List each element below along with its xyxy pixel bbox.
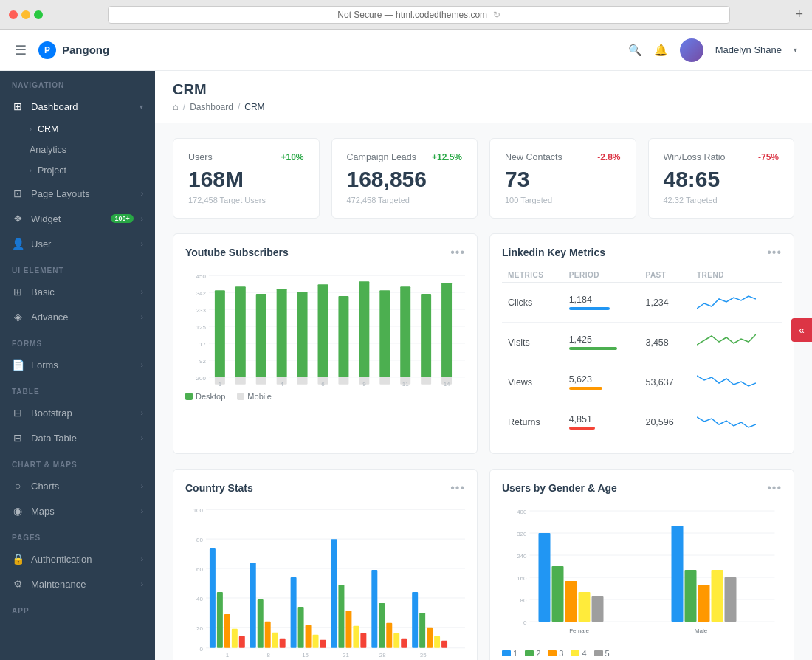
country-chart-menu[interactable]: •••	[450, 481, 465, 495]
svg-rect-59	[232, 629, 238, 648]
svg-rect-69	[313, 635, 319, 648]
sidebar-sub-analytics[interactable]: Analytics	[0, 140, 155, 160]
legend-3-dot	[548, 650, 557, 656]
sidebar-item-widget[interactable]: ❖ Widget 100+ ›	[0, 206, 155, 231]
legend-mobile-dot	[237, 393, 244, 400]
reload-icon[interactable]: ↻	[493, 10, 500, 20]
svg-text:17: 17	[199, 341, 206, 348]
svg-rect-60	[239, 636, 245, 648]
gender-chart-menu[interactable]: •••	[767, 481, 782, 495]
username-label[interactable]: Madelyn Shane	[715, 44, 782, 55]
svg-text:14: 14	[444, 381, 450, 386]
bell-icon[interactable]: 🔔	[654, 44, 668, 57]
sidebar-sub-project[interactable]: › Project	[0, 160, 155, 181]
sidebar-item-dashboard[interactable]: ⊞ Dashboard ▾	[0, 94, 155, 119]
sidebar-sub-crm[interactable]: › CRM	[0, 119, 155, 140]
col-period: PERIOD	[563, 268, 640, 283]
dashboard-arrow: ▾	[140, 103, 143, 111]
search-icon[interactable]: 🔍	[628, 44, 642, 57]
sparkline-visits	[697, 330, 756, 352]
legend-4: 4	[571, 649, 586, 658]
users-change: +10%	[281, 152, 303, 162]
svg-text:240: 240	[517, 553, 527, 560]
sidebar-item-authentication[interactable]: 🔒 Authentication ›	[0, 546, 155, 571]
leads-sub: 472,458 Targeted	[347, 196, 463, 204]
table-row: Views 5,623 53,637	[502, 362, 782, 402]
charts-icon: ○	[12, 480, 24, 492]
bar-clicks	[569, 307, 610, 310]
maps-icon: ◉	[12, 505, 24, 517]
minimize-dot[interactable]	[21, 10, 30, 19]
dashboard-label: Dashboard	[31, 101, 132, 112]
youtube-chart-menu[interactable]: •••	[450, 246, 465, 259]
table-section-label: TABLE	[0, 377, 155, 400]
maximize-dot[interactable]	[34, 10, 43, 19]
authentication-label: Authentication	[31, 554, 134, 565]
maintenance-label: Maintenance	[31, 579, 134, 590]
hamburger-icon[interactable]: ☰	[15, 42, 27, 58]
sidebar-item-user[interactable]: 👤 User ›	[0, 231, 155, 256]
sparkline-clicks	[697, 290, 756, 312]
sidebar-item-forms[interactable]: 📄 Forms ›	[0, 352, 155, 377]
forms-section-label: FORMS	[0, 329, 155, 352]
svg-rect-75	[360, 633, 366, 648]
authentication-icon: 🔒	[12, 553, 24, 565]
legend-1: 1	[502, 649, 517, 658]
linkedin-chart-menu[interactable]: •••	[767, 246, 782, 259]
widget-badge: 100+	[111, 214, 133, 223]
period-visits: 1,425	[563, 323, 640, 362]
sidebar-item-advance[interactable]: ◈ Advance ›	[0, 304, 155, 329]
sidebar-item-maps[interactable]: ◉ Maps ›	[0, 498, 155, 523]
chart-maps-section-label: CHART & MAPS	[0, 450, 155, 473]
contacts-value: 73	[505, 167, 621, 191]
new-tab-button[interactable]: +	[795, 7, 803, 22]
widget-icon: ❖	[12, 213, 24, 224]
table-row: Visits 1,425 3,458	[502, 323, 782, 362]
basic-label: Basic	[31, 286, 134, 298]
breadcrumb: ⌂ / Dashboard / CRM	[173, 101, 794, 112]
maps-label: Maps	[31, 506, 134, 517]
youtube-chart-svg: 450 342 233 125 17 -92 -200	[185, 268, 465, 386]
user-label: User	[31, 238, 134, 250]
svg-rect-19	[256, 377, 266, 385]
sidebar-item-charts[interactable]: ○ Charts ›	[0, 473, 155, 498]
svg-rect-22	[297, 292, 308, 377]
sidebar-item-page-layouts[interactable]: ⊡ Page Layouts ›	[0, 181, 155, 206]
trend-views	[691, 362, 782, 402]
svg-text:233: 233	[196, 307, 207, 314]
svg-rect-17	[235, 377, 246, 385]
sidebar-item-bootstrap[interactable]: ⊟ Bootstrap ›	[0, 400, 155, 425]
sidebar-item-basic[interactable]: ⊞ Basic ›	[0, 279, 155, 304]
svg-text:400: 400	[517, 509, 527, 515]
page-layouts-label: Page Layouts	[31, 188, 134, 199]
user-chevron-icon[interactable]: ▾	[794, 46, 797, 54]
metric-clicks: Clicks	[502, 283, 563, 323]
svg-text:0: 0	[523, 619, 527, 626]
svg-rect-61	[250, 563, 256, 648]
svg-text:-200: -200	[194, 375, 207, 382]
svg-rect-77	[379, 603, 385, 648]
linkedin-chart-title: Linkedin Key Metrics	[502, 247, 605, 258]
period-clicks: 1,184	[563, 283, 640, 323]
legend-desktop: Desktop	[185, 392, 225, 401]
address-bar[interactable]: Not Secure — html.codedthemes.com ↻	[108, 6, 730, 24]
col-past: PAST	[639, 268, 691, 283]
user-arrow: ›	[141, 240, 143, 248]
toggle-button[interactable]: «	[791, 318, 812, 342]
ratio-change: -75%	[758, 152, 779, 162]
authentication-arrow: ›	[141, 555, 143, 563]
close-dot[interactable]	[9, 10, 18, 19]
app-body: NAVIGATION ⊞ Dashboard ▾ › CRM Analytics…	[0, 71, 812, 660]
svg-rect-80	[401, 639, 407, 648]
data-table-arrow: ›	[141, 434, 143, 442]
breadcrumb-crm: CRM	[244, 102, 264, 112]
country-chart-header: Country Stats •••	[185, 481, 465, 495]
analytics-label: Analytics	[30, 145, 66, 155]
legend-5-dot	[594, 650, 603, 656]
table-row: Clicks 1,184 1,234	[502, 283, 782, 323]
gender-chart-svg: 400 320 240 160 80 0	[502, 503, 782, 644]
breadcrumb-dashboard[interactable]: Dashboard	[190, 102, 233, 112]
sidebar-item-data-table[interactable]: ⊟ Data Table ›	[0, 425, 155, 450]
sidebar-item-maintenance[interactable]: ⚙ Maintenance ›	[0, 571, 155, 597]
trend-visits	[691, 323, 782, 362]
